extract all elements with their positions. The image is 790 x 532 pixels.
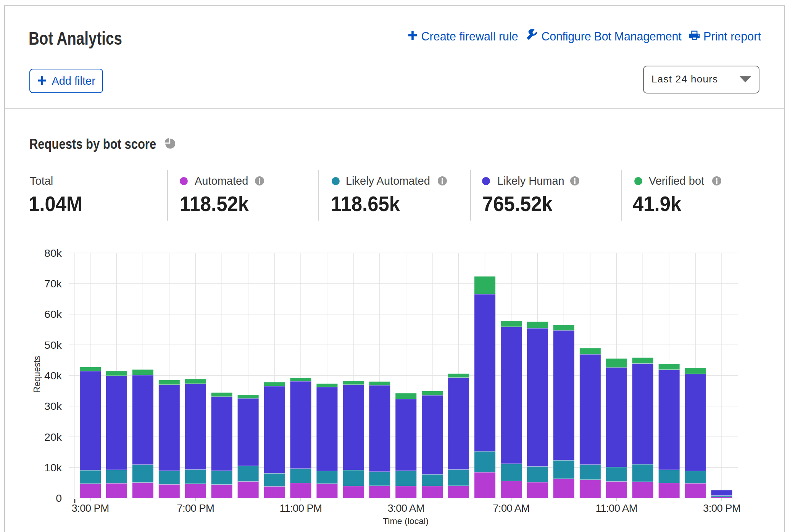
svg-text:3:00 PM: 3:00 PM (703, 502, 740, 514)
svg-text:3:00 PM: 3:00 PM (71, 502, 109, 514)
svg-text:3:00 AM: 3:00 AM (387, 502, 424, 514)
svg-text:60k: 60k (44, 308, 62, 320)
svg-text:50k: 50k (44, 339, 62, 351)
svg-text:20k: 20k (44, 431, 62, 443)
svg-text:11:00 PM: 11:00 PM (280, 502, 322, 514)
svg-text:7:00 AM: 7:00 AM (493, 502, 530, 514)
svg-text:80k: 80k (44, 247, 62, 259)
svg-text:Requests: Requests (32, 356, 42, 393)
svg-text:Time (local): Time (local) (383, 516, 429, 526)
svg-text:70k: 70k (44, 277, 62, 290)
svg-text:7:00 PM: 7:00 PM (177, 502, 214, 514)
svg-text:40k: 40k (44, 369, 62, 382)
svg-text:30k: 30k (44, 400, 62, 412)
svg-text:11:00 AM: 11:00 AM (596, 502, 637, 514)
svg-text:0: 0 (56, 492, 62, 504)
svg-text:10k: 10k (44, 461, 62, 474)
